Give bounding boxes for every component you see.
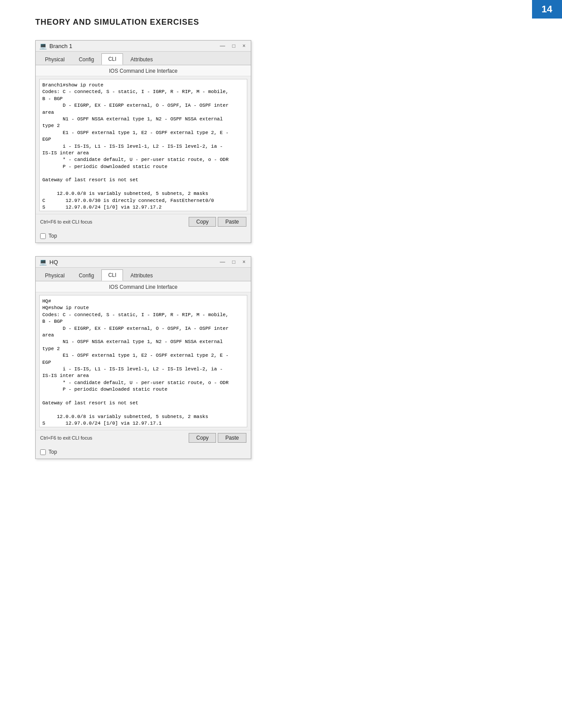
branch1-top-area: Top bbox=[36, 229, 251, 243]
tab-branch1-cli[interactable]: CLI bbox=[101, 53, 123, 65]
tab-branch1-config[interactable]: Config bbox=[72, 54, 101, 65]
branch1-bottom-bar: Ctrl+F6 to exit CLI focus Copy Paste bbox=[36, 214, 251, 229]
page-header: THEORY AND SIMULATION EXERCISES bbox=[0, 0, 562, 36]
hq-bottom-bar: Ctrl+F6 to exit CLI focus Copy Paste bbox=[36, 430, 251, 445]
branch1-tabbar: Physical Config CLI Attributes bbox=[36, 52, 251, 65]
branch1-btn-group: Copy Paste bbox=[189, 217, 246, 227]
branch1-paste-button[interactable]: Paste bbox=[218, 217, 246, 227]
hq-cli-header: IOS Command Line Interface bbox=[36, 281, 251, 292]
hq-titlebar: 💻 HQ — □ × bbox=[36, 257, 251, 268]
branch1-titlebar: 💻 Branch 1 — □ × bbox=[36, 41, 251, 52]
branch1-restore-button[interactable]: □ bbox=[231, 43, 237, 49]
hq-tabbar: Physical Config CLI Attributes bbox=[36, 268, 251, 281]
tab-hq-attributes[interactable]: Attributes bbox=[124, 270, 160, 281]
page-number: 14 bbox=[532, 0, 562, 19]
hq-window-controls: — □ × bbox=[218, 259, 247, 265]
branch1-terminal[interactable]: Branch1#show ip route Codes: C - connect… bbox=[39, 79, 247, 211]
branch1-window: 💻 Branch 1 — □ × Physical Config CLI Att… bbox=[35, 40, 251, 243]
hq-close-button[interactable]: × bbox=[241, 259, 247, 265]
tab-branch1-physical[interactable]: Physical bbox=[38, 54, 71, 65]
hq-copy-button[interactable]: Copy bbox=[189, 433, 216, 443]
hq-minimize-button[interactable]: — bbox=[218, 259, 227, 265]
tab-hq-cli[interactable]: CLI bbox=[101, 269, 123, 281]
branch1-close-button[interactable]: × bbox=[241, 43, 247, 49]
tab-branch1-attributes[interactable]: Attributes bbox=[124, 54, 160, 65]
hq-top-area: Top bbox=[36, 445, 251, 459]
hq-paste-button[interactable]: Paste bbox=[218, 433, 246, 443]
hq-window: 💻 HQ — □ × Physical Config CLI Attribute… bbox=[35, 256, 251, 459]
branch1-title-text: Branch 1 bbox=[49, 43, 72, 49]
tab-hq-config[interactable]: Config bbox=[72, 270, 101, 281]
hq-restore-button[interactable]: □ bbox=[231, 259, 237, 265]
hq-title-left: 💻 HQ bbox=[39, 258, 58, 265]
page-title: THEORY AND SIMULATION EXERCISES bbox=[35, 18, 527, 27]
hq-terminal[interactable]: HQ# HQ#show ip route Codes: C - connecte… bbox=[39, 295, 247, 427]
branch1-ctrl-hint: Ctrl+F6 to exit CLI focus bbox=[40, 219, 92, 224]
branch1-title-left: 💻 Branch 1 bbox=[39, 42, 72, 49]
branch1-top-label: Top bbox=[48, 233, 57, 239]
router-icon-branch1: 💻 bbox=[39, 42, 47, 49]
hq-btn-group: Copy Paste bbox=[189, 433, 246, 443]
content-area: 💻 Branch 1 — □ × Physical Config CLI Att… bbox=[0, 36, 562, 477]
tab-hq-physical[interactable]: Physical bbox=[38, 270, 71, 281]
hq-title-text: HQ bbox=[49, 259, 58, 265]
hq-top-label: Top bbox=[48, 449, 57, 455]
branch1-copy-button[interactable]: Copy bbox=[189, 217, 216, 227]
branch1-window-controls: — □ × bbox=[218, 43, 247, 49]
hq-ctrl-hint: Ctrl+F6 to exit CLI focus bbox=[40, 435, 92, 441]
branch1-minimize-button[interactable]: — bbox=[218, 43, 227, 49]
branch1-top-checkbox[interactable] bbox=[40, 233, 46, 239]
branch1-cli-header: IOS Command Line Interface bbox=[36, 65, 251, 76]
hq-top-checkbox[interactable] bbox=[40, 449, 46, 455]
router-icon-hq: 💻 bbox=[39, 258, 47, 265]
